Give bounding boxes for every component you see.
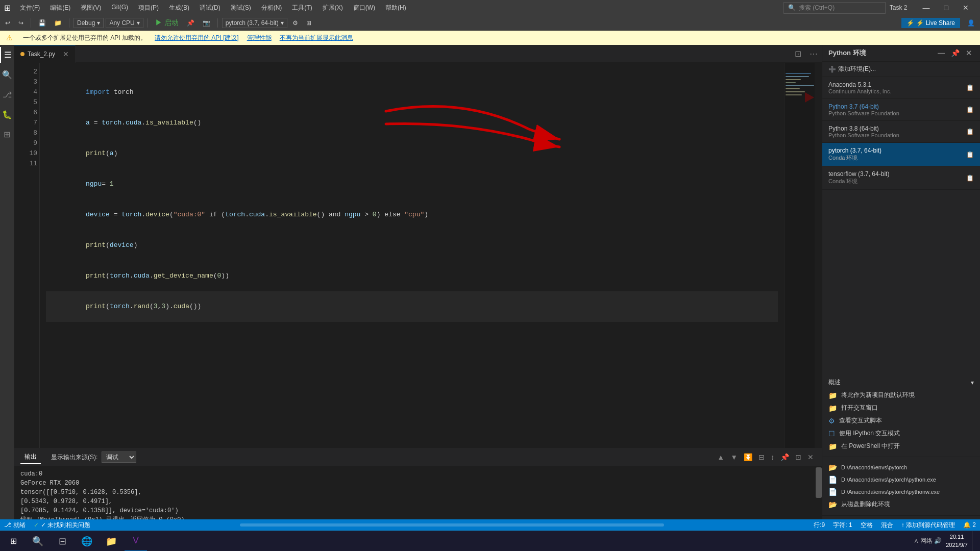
output-scroll-up[interactable]: ▲ (715, 452, 726, 462)
output-maximize[interactable]: ⊡ (793, 452, 803, 462)
python-panel-pin[interactable]: 📌 (949, 48, 962, 58)
env-icon-python38: 📋 (966, 128, 974, 135)
status-no-problems[interactable]: ✓ ✓ 未找到相关问题 (34, 521, 90, 530)
menu-help[interactable]: 帮助(H) (380, 2, 411, 14)
cpu-dropdown[interactable]: Any CPU ▾ (106, 18, 143, 28)
status-add-source[interactable]: ↑ 添加到源代码管理 (901, 521, 955, 530)
output-tab[interactable]: 输出 (20, 450, 41, 464)
folder-open-icon-1: 📂 (828, 463, 837, 471)
warning-dismiss-link[interactable]: 不再为当前扩展显示此消息 (280, 34, 353, 42)
minimize-button[interactable]: — (916, 0, 937, 15)
menu-test[interactable]: 测试(S) (226, 2, 256, 14)
menu-build[interactable]: 生成(B) (164, 2, 194, 14)
tray-icons[interactable]: ∧ 网络 🔊 (914, 537, 942, 545)
search-activity-icon[interactable]: 🔍 (0, 67, 15, 83)
menu-edit[interactable]: 编辑(E) (45, 2, 76, 14)
menu-debug[interactable]: 调试(D) (194, 2, 226, 14)
debug-activity-icon[interactable]: 🐛 (0, 107, 15, 122)
menu-extensions[interactable]: 扩展(X) (317, 2, 348, 14)
output-source-select[interactable]: 调试 Python (102, 452, 136, 463)
live-share-button[interactable]: ⚡ ⚡ Live Share (901, 18, 960, 28)
output-clear[interactable]: ⊟ (756, 452, 767, 462)
taskbar-edge-browser[interactable]: 🌐 (76, 531, 98, 552)
python-panel-close[interactable]: ✕ (964, 48, 974, 58)
overview-section-title[interactable]: 概述 ▾ (828, 378, 974, 387)
output-scroll-end[interactable]: ⏬ (742, 452, 754, 462)
menu-git[interactable]: Git(G) (106, 2, 133, 14)
tab-task2py[interactable]: Task_2.py ✕ (14, 45, 76, 63)
folder-icon-1: 📁 (828, 391, 837, 399)
env-grid-button[interactable]: ⊞ (303, 18, 314, 28)
start-button[interactable]: ▶ 启动 (152, 17, 182, 29)
extensions-activity-icon[interactable]: ⊞ (1, 127, 13, 142)
pytorch-dropdown[interactable]: pytorch (3.7, 64-bit) ▾ (222, 18, 287, 28)
env-desc-python38: Python Software Foundation (828, 132, 962, 138)
env-item-anaconda[interactable]: Anaconda 5.3.1 Continuum Analytics, Inc.… (822, 77, 980, 99)
maximize-button[interactable]: □ (937, 0, 955, 15)
open-button[interactable]: 📁 (51, 18, 65, 28)
taskbar-task-view[interactable]: ⊟ (51, 531, 74, 552)
attach-button[interactable]: 📌 (184, 18, 198, 28)
menu-analyze[interactable]: 分析(N) (256, 2, 287, 14)
editor-scrollbar[interactable] (815, 63, 822, 448)
path-item-3[interactable]: 📄 D:\Anaconda\envs\pytorch\pythonw.exe (828, 486, 974, 498)
add-environment-button[interactable]: ➕ 添加环境(E)... (822, 62, 980, 77)
start-menu-button[interactable]: ⊞ (2, 531, 24, 552)
output-wrap[interactable]: ↕ (769, 452, 776, 462)
search-bar[interactable]: 🔍 搜索 (Ctrl+Q) (783, 2, 886, 14)
env-item-python38[interactable]: Python 3.8 (64-bit) Python Software Foun… (822, 121, 980, 143)
svg-rect-3 (786, 82, 796, 83)
split-editor-button[interactable]: ⊡ (791, 47, 805, 61)
action-view-script[interactable]: ⚙ 查看交互式脚本 (828, 414, 974, 427)
output-scroll-down[interactable]: ▼ (728, 452, 740, 462)
action-default-env[interactable]: 📁 将此作为新项目的默认环境 (828, 389, 974, 402)
path-item-2[interactable]: 📄 D:\Anaconda\envs\pytorch\python.exe (828, 473, 974, 486)
env-item-python37[interactable]: Python 3.7 (64-bit) Python Software Foun… (822, 99, 980, 121)
file-icon-2: 📄 (828, 488, 837, 496)
debug-mode-dropdown[interactable]: Debug ▾ (74, 18, 104, 28)
status-col[interactable]: 字符: 1 (833, 521, 852, 530)
git-icon[interactable]: ⎇ (0, 87, 15, 103)
taskbar-file-explorer[interactable]: 📁 (100, 531, 122, 552)
action-powershell[interactable]: 📁 在 PowerShell 中打开 (828, 440, 974, 453)
warning-manage-link[interactable]: 管理性能 (247, 34, 272, 42)
code-editor[interactable]: import torch a = torch.cuda.is_available… (40, 63, 784, 448)
status-ready: 就绪 (13, 521, 26, 530)
path-item-1[interactable]: 📂 D:\Anaconda\envs\pytorch (828, 461, 974, 473)
env-settings-button[interactable]: ⚙ (289, 18, 301, 28)
account-button[interactable]: 👤 (964, 18, 978, 28)
python-panel-collapse[interactable]: — (936, 48, 947, 58)
action-ipython-toggle[interactable]: ☐ 使用 IPython 交互模式 (828, 427, 974, 440)
undo-button[interactable]: ↩ (2, 18, 13, 28)
taskbar-clock[interactable]: 20:11 2021/9/7 (946, 533, 968, 549)
screenshot-button[interactable]: 📷 (200, 18, 213, 28)
output-panel-header: 输出 显示输出来源(S): 调试 Python ▲ ▼ ⏬ ⊟ ↕ 📌 ⊡ (14, 448, 822, 466)
taskbar-search-button[interactable]: 🔍 (27, 531, 49, 552)
redo-button[interactable]: ↪ (15, 18, 27, 28)
env-item-pytorch[interactable]: pytorch (3.7, 64-bit) Conda 环境 📋 (822, 143, 980, 166)
status-encoding[interactable]: 混合 (881, 521, 893, 530)
close-button[interactable]: ✕ (955, 0, 976, 15)
menu-window[interactable]: 窗口(W) (348, 2, 380, 14)
menu-project[interactable]: 项目(P) (133, 2, 164, 14)
more-tabs-button[interactable]: ⋯ (805, 47, 822, 61)
save-button[interactable]: 💾 (35, 18, 49, 28)
status-spaces[interactable]: 空格 (861, 521, 873, 530)
status-notification[interactable]: 🔔 2 (963, 521, 976, 530)
menu-file[interactable]: 文件(F) (15, 2, 45, 14)
taskbar-visual-studio[interactable]: V (125, 531, 147, 552)
line-numbers: 2 3 4 5 6 7 8 9 10 11 (14, 63, 40, 448)
action-open-interactive[interactable]: 📁 打开交互窗口 (828, 402, 974, 414)
menu-tools[interactable]: 工具(T) (287, 2, 317, 14)
warning-allow-link[interactable]: 请勿允许使用弃用的 API [建议] (155, 34, 239, 42)
delete-env-button[interactable]: 📂 从磁盘删除此环境 (828, 498, 974, 511)
menu-view[interactable]: 视图(V) (76, 2, 106, 14)
taskbar-show-desktop[interactable] (972, 531, 974, 552)
status-branch[interactable]: ⎇ 就绪 (4, 521, 26, 530)
env-item-tensorflow[interactable]: tensorflow (3.7, 64-bit) Conda 环境 📋 (822, 166, 980, 190)
output-pin[interactable]: 📌 (778, 452, 791, 462)
close-tab-button[interactable]: ✕ (63, 50, 69, 58)
status-row[interactable]: 行:9 (814, 521, 825, 530)
explorer-icon[interactable]: ☰ (0, 47, 14, 63)
output-close[interactable]: ✕ (805, 452, 816, 462)
